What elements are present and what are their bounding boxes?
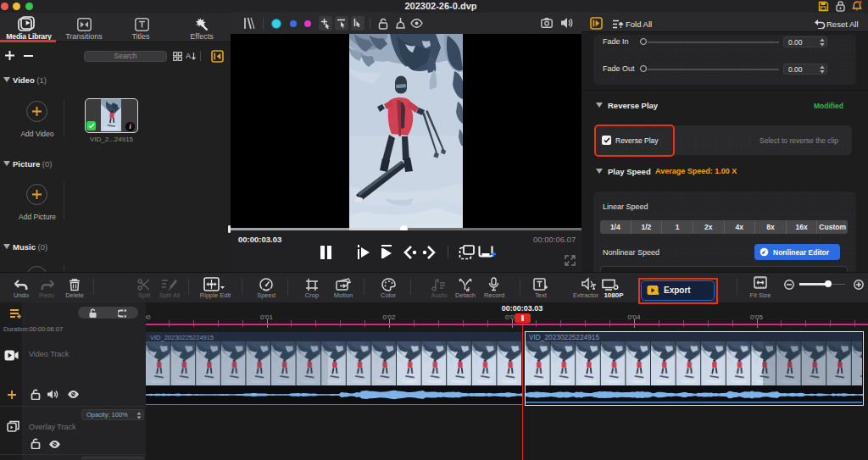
svg-text:A: A xyxy=(186,52,191,60)
